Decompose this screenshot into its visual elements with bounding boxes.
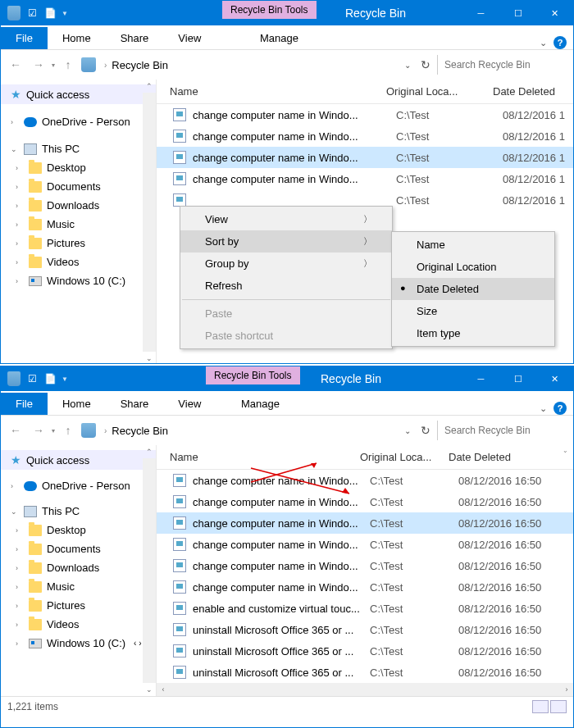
sidebar-this-pc[interactable]: ⌄This PC xyxy=(1,139,156,158)
file-row[interactable]: change computer name in Windo...C:\Test0… xyxy=(157,147,573,168)
chevron-right-icon[interactable]: › xyxy=(104,61,107,70)
menu-item[interactable]: Group by〉 xyxy=(180,253,392,275)
chevron-down-icon[interactable]: ⌄ xyxy=(540,403,547,414)
file-row[interactable]: change computer name in Windo...C:\Test0… xyxy=(157,512,573,534)
back-button[interactable]: ← xyxy=(6,55,25,75)
properties-icon[interactable]: ☑ xyxy=(25,7,39,20)
sidebar-scrollbar[interactable]: ⌃ ⌄ xyxy=(143,445,156,696)
file-row[interactable]: uninstall Microsoft Office 365 or ...C:\… xyxy=(157,619,573,640)
scroll-down-icon[interactable]: ⌄ xyxy=(143,352,156,364)
refresh-button[interactable]: ↻ xyxy=(417,424,434,437)
new-folder-icon[interactable]: 📄 xyxy=(43,7,57,20)
titlebar[interactable]: ☑ 📄 ▼ Recycle Bin Tools Recycle Bin ─ ☐ … xyxy=(1,1,573,25)
close-button[interactable]: ✕ xyxy=(536,366,573,391)
search-input[interactable] xyxy=(437,421,568,440)
history-dropdown-icon[interactable]: ▾ xyxy=(52,61,55,69)
scroll-down-icon[interactable]: ⌄ xyxy=(143,683,156,696)
sidebar-item-downloads[interactable]: ›Downloads xyxy=(1,196,156,215)
minimize-button[interactable]: ─ xyxy=(462,366,499,391)
breadcrumb-dropdown-icon[interactable]: ⌄ xyxy=(401,61,414,70)
sidebar-onedrive[interactable]: ›OneDrive - Person xyxy=(1,112,156,131)
chevron-right-icon[interactable]: › xyxy=(11,118,19,126)
menu-item[interactable]: Refresh xyxy=(180,275,392,297)
tab-home[interactable]: Home xyxy=(48,27,106,49)
sidebar-item-videos[interactable]: ›Videos xyxy=(1,253,156,271)
sidebar-item-videos[interactable]: ›Videos xyxy=(1,615,156,634)
sidebar-item-drive-c[interactable]: ›Windows 10 (C:) xyxy=(1,271,156,290)
history-dropdown-icon[interactable]: ▾ xyxy=(52,427,55,435)
sidebar-item-drive-c[interactable]: ›Windows 10 (C:)‹ › xyxy=(1,634,156,653)
tab-home[interactable]: Home xyxy=(48,393,106,415)
file-row[interactable]: change computer name in Windo...C:\Test0… xyxy=(157,470,573,491)
sidebar-item-music[interactable]: ›Music xyxy=(1,577,156,596)
scroll-left-icon[interactable]: ‹ xyxy=(157,683,170,696)
submenu-item[interactable]: Name xyxy=(392,234,554,256)
breadcrumb-item[interactable]: Recycle Bin xyxy=(112,425,168,437)
column-name[interactable]: Name xyxy=(157,85,386,98)
sidebar-item-documents[interactable]: ›Documents xyxy=(1,177,156,196)
close-button[interactable]: ✕ xyxy=(536,1,573,25)
menu-item[interactable]: Sort by〉 xyxy=(180,230,392,253)
forward-button[interactable]: → xyxy=(29,421,48,440)
file-row[interactable]: change computer name in Windo...C:\Test0… xyxy=(157,168,573,189)
column-location[interactable]: Original Loca... xyxy=(360,451,449,463)
chevron-down-icon[interactable]: ⌄ xyxy=(11,145,19,153)
file-row[interactable]: change computer name in Windo...C:\Test0… xyxy=(157,491,573,512)
breadcrumb-item[interactable]: Recycle Bin xyxy=(112,59,168,71)
sidebar-item-pictures[interactable]: ›Pictures xyxy=(1,234,156,253)
tab-view[interactable]: View xyxy=(163,393,216,415)
file-row[interactable]: change computer name in Windo...C:\Test0… xyxy=(157,125,573,147)
file-row[interactable]: uninstall Microsoft Office 365 or ...C:\… xyxy=(157,640,573,662)
properties-icon[interactable]: ☑ xyxy=(25,372,39,385)
titlebar[interactable]: ☑ 📄 ▼ Recycle Bin Tools Recycle Bin ─ ☐ … xyxy=(1,366,573,391)
tab-view[interactable]: View xyxy=(163,27,216,49)
sidebar-item-desktop[interactable]: ›Desktop xyxy=(1,521,156,539)
horizontal-scrollbar[interactable]: ‹ › xyxy=(157,683,573,696)
column-location[interactable]: Original Loca... xyxy=(386,85,493,98)
contextual-tab-label[interactable]: Recycle Bin Tools xyxy=(222,1,317,19)
up-button[interactable]: ↑ xyxy=(58,55,78,75)
column-name[interactable]: Name xyxy=(157,451,360,463)
submenu-item[interactable]: Original Location xyxy=(392,256,554,278)
sidebar-quick-access[interactable]: ★Quick access xyxy=(1,450,156,470)
tab-manage[interactable]: Manage xyxy=(245,27,313,49)
submenu-item[interactable]: Size xyxy=(392,300,554,322)
tab-share[interactable]: Share xyxy=(106,393,164,415)
sidebar-item-downloads[interactable]: ›Downloads xyxy=(1,558,156,577)
column-headers[interactable]: Name Original Loca... Date Deleted xyxy=(157,80,573,104)
context-menu[interactable]: View〉Sort by〉Group by〉RefreshPastePaste … xyxy=(180,206,393,349)
file-row[interactable]: change computer name in Windo...C:\Test0… xyxy=(157,555,573,576)
sidebar-this-pc[interactable]: ⌄This PC xyxy=(1,502,156,521)
breadcrumb-dropdown-icon[interactable]: ⌄ xyxy=(401,426,414,435)
sidebar-scrollbar[interactable]: ⌃ ⌄ xyxy=(143,80,156,364)
menu-item[interactable]: View〉 xyxy=(180,208,392,230)
submenu-item[interactable]: ●Date Deleted xyxy=(392,278,554,300)
sidebar-item-pictures[interactable]: ›Pictures xyxy=(1,596,156,615)
submenu-item[interactable]: Item type xyxy=(392,322,554,344)
help-icon[interactable]: ? xyxy=(554,36,567,49)
scroll-up-icon[interactable]: ⌃ xyxy=(143,445,156,458)
minimize-button[interactable]: ─ xyxy=(462,1,499,25)
scroll-up-icon[interactable]: ⌃ xyxy=(143,80,156,93)
maximize-button[interactable]: ☐ xyxy=(499,1,536,25)
maximize-button[interactable]: ☐ xyxy=(499,366,536,391)
search-input[interactable] xyxy=(437,55,568,75)
back-button[interactable]: ← xyxy=(6,421,25,440)
qat-dropdown-icon[interactable]: ▼ xyxy=(61,10,68,17)
column-dropdown-icon[interactable]: ⌄ xyxy=(563,447,568,454)
column-date-deleted[interactable]: Date Deleted xyxy=(493,85,573,98)
large-icons-view-icon[interactable] xyxy=(550,700,567,713)
up-button[interactable]: ↑ xyxy=(58,421,78,440)
breadcrumb[interactable]: › Recycle Bin xyxy=(99,59,398,71)
sidebar-quick-access[interactable]: ★Quick access xyxy=(1,84,156,104)
qat-dropdown-icon[interactable]: ▼ xyxy=(61,375,68,383)
forward-button[interactable]: → xyxy=(29,55,48,75)
file-row[interactable]: change computer name in Windo...C:\Test0… xyxy=(157,576,573,598)
file-row[interactable]: uninstall Microsoft Office 365 or ...C:\… xyxy=(157,662,573,683)
refresh-button[interactable]: ↻ xyxy=(417,58,434,71)
contextual-tab-label[interactable]: Recycle Bin Tools xyxy=(206,366,300,384)
help-icon[interactable]: ? xyxy=(554,402,567,415)
tab-manage[interactable]: Manage xyxy=(226,393,294,415)
column-date-deleted[interactable]: Date Deleted xyxy=(449,451,573,463)
context-submenu-sortby[interactable]: NameOriginal Location●Date DeletedSizeIt… xyxy=(391,231,555,347)
